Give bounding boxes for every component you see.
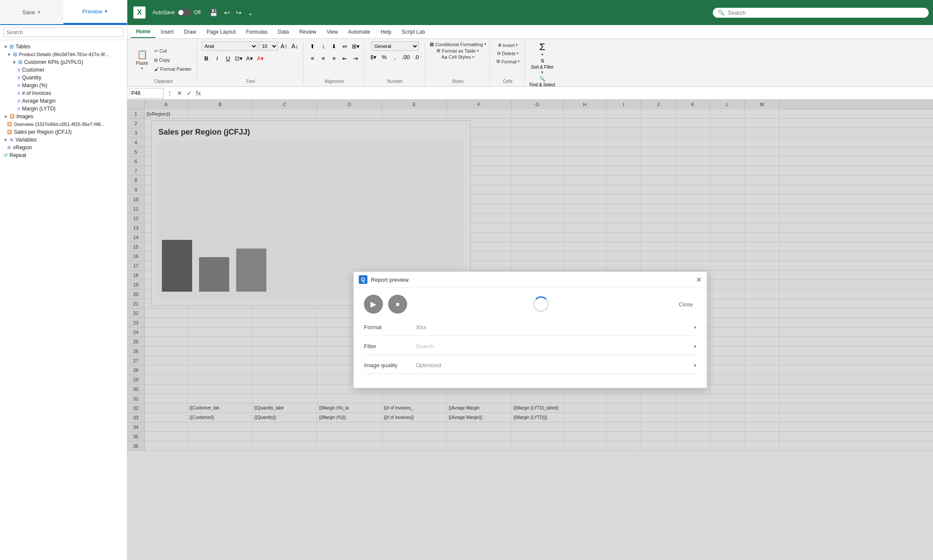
cell-styles-btn[interactable]: Aa Cell Styles ▾ — [442, 54, 474, 60]
sort-filter-button[interactable]: ⇅ Sort & Filter ▾ — [531, 58, 554, 74]
more-commands-icon[interactable]: ⌄ — [246, 8, 255, 18]
align-left-btn[interactable]: ≡ — [308, 53, 317, 63]
tree-repeat[interactable]: ↺ Repeat — [2, 151, 125, 159]
comma-btn[interactable]: , — [390, 52, 400, 62]
redo-icon[interactable]: ↪ — [234, 8, 243, 18]
increase-indent-btn[interactable]: ⇥ — [351, 53, 361, 63]
filter-dropdown-arrow[interactable]: ▾ — [694, 343, 696, 349]
conditional-formatting-btn[interactable]: ▦ Conditional Formatting ▾ — [430, 41, 486, 47]
increase-font-btn[interactable]: A↑ — [279, 41, 289, 51]
tree-margin-pct[interactable]: ≡ Margin (%) — [2, 82, 125, 89]
font-color-button[interactable]: A▾ — [256, 53, 265, 63]
paste-button[interactable]: 📋 Paste ▾ — [133, 48, 151, 72]
format-painter-button[interactable]: 🖌 Format Painter — [152, 66, 193, 72]
decrease-font-btn[interactable]: A↓ — [290, 41, 300, 51]
num-invoices-field-icon: ≡ — [17, 90, 20, 96]
tab-script-lab[interactable]: Script Lab — [396, 26, 430, 38]
number-format-select[interactable]: General — [371, 41, 419, 51]
insert-btn[interactable]: ⊕ Insert ▾ — [496, 41, 520, 49]
tree-overview[interactable]: 🖼 Overview (3337e68d-c051-4f25-95e7-f48.… — [2, 120, 125, 128]
copy-button[interactable]: ⧉ Copy — [152, 57, 193, 64]
tree-product-details[interactable]: ▼ ⊞ Product Details (86c0d7d4-781e-427e-… — [2, 50, 125, 58]
border-button[interactable]: ⊡▾ — [234, 53, 244, 63]
tree-avrage-margin[interactable]: ≡ Avrage Margin — [2, 97, 125, 105]
font-name-select[interactable]: Arial — [202, 41, 258, 51]
tab-review[interactable]: Review — [294, 26, 321, 38]
formula-fx-icon[interactable]: fx — [195, 90, 202, 97]
customer-kpis-icon: ⊞ — [18, 59, 22, 65]
italic-button[interactable]: I — [212, 53, 222, 63]
tab-data[interactable]: Data — [273, 26, 294, 38]
tab-help[interactable]: Help — [376, 26, 397, 38]
dialog-close-x-button[interactable]: ✕ — [696, 276, 702, 284]
fill-color-button[interactable]: A▾ — [245, 53, 254, 63]
tree-variables-group[interactable]: ▼ ≋ Variables — [2, 136, 125, 144]
tree-num-invoices[interactable]: ≡ # of Invoices — [2, 89, 125, 97]
autosave-toggle[interactable] — [177, 9, 191, 16]
tree-sales-per-region[interactable]: 🖼 Sales per Region (jCFJJ) — [2, 128, 125, 136]
tree-customer[interactable]: ≡ Customer — [2, 66, 125, 74]
font-size-select[interactable]: 10 — [259, 41, 278, 51]
formula-cancel-icon[interactable]: ✕ — [176, 90, 183, 97]
left-panel-search-input[interactable] — [3, 28, 123, 37]
tab-home[interactable]: Home — [131, 26, 155, 38]
tree-images-group[interactable]: ▼ 🖼 Images — [2, 113, 125, 120]
image-quality-value: Optimized — [416, 362, 694, 368]
decrease-indent-btn[interactable]: ⇤ — [340, 53, 350, 63]
tree-quantity[interactable]: ≡ Quantity — [2, 74, 125, 82]
percent-btn[interactable]: % — [380, 52, 389, 62]
tab-automate[interactable]: Automate — [343, 26, 375, 38]
merge-cells-btn[interactable]: ⊞▾ — [351, 41, 361, 51]
underline-button[interactable]: U — [223, 53, 233, 63]
tree-customer-kpis[interactable]: ▼ ⊞ Customer KPIs (pJYPLG) — [2, 58, 125, 66]
font-group: Arial 10 A↑ A↓ B I U ⊡▾ A▾ A▾ — [198, 41, 304, 85]
align-top-btn[interactable]: ⬆ — [308, 41, 317, 51]
images-icon: 🖼 — [9, 113, 15, 120]
formula-input[interactable] — [204, 88, 931, 98]
save-button[interactable]: Save ▼ — [0, 0, 63, 24]
preview-button[interactable]: Preview ▼ — [63, 0, 127, 24]
formula-enter-icon[interactable]: ✓ — [185, 90, 193, 97]
tab-insert[interactable]: Insert — [155, 26, 179, 38]
cells-group: ⊕ Insert ▾ ⊖ Delete ▾ ⚙ Format ▾ — [491, 41, 525, 85]
cut-button[interactable]: ✂ Cut — [152, 47, 193, 55]
cell-reference[interactable]: P46 — [129, 88, 164, 98]
dialog-title: Report preview — [371, 277, 408, 283]
align-right-btn[interactable]: ≡ — [329, 53, 339, 63]
image-quality-dropdown-arrow[interactable]: ▾ — [694, 362, 696, 368]
tab-draw[interactable]: Draw — [179, 26, 201, 38]
image-quality-label: Image quality — [364, 362, 416, 368]
top-search-input[interactable] — [728, 9, 924, 16]
delete-btn[interactable]: ⊖ Delete ▾ — [495, 50, 521, 57]
tab-view[interactable]: View — [322, 26, 343, 38]
tab-page-layout[interactable]: Page Layout — [201, 26, 240, 38]
stop-button[interactable]: ■ — [388, 295, 407, 314]
bold-button[interactable]: B — [202, 53, 211, 63]
format-dropdown-arrow[interactable]: ▾ — [694, 324, 696, 330]
increase-decimal-btn[interactable]: .0 — [412, 52, 421, 62]
tree-tables-group[interactable]: ▼ ⊞ Tables — [2, 43, 125, 50]
close-button[interactable]: Close — [675, 299, 696, 309]
save-icon[interactable]: 💾 — [208, 8, 220, 18]
format-as-table-btn[interactable]: ⊞ Format as Table ▾ — [436, 48, 479, 53]
sheet-area: A B C D E F G H I J K L M 1 {{vRegion}} — [127, 100, 933, 560]
align-center-btn[interactable]: ≡ — [319, 53, 328, 63]
decrease-decimal-btn[interactable]: .00 — [401, 52, 411, 62]
variables-icon: ≋ — [9, 137, 14, 143]
undo-icon[interactable]: ↩ — [222, 8, 231, 18]
tab-formulas[interactable]: Formulas — [241, 26, 273, 38]
accounting-btn[interactable]: $▾ — [369, 52, 378, 62]
dialog-overlay: Q Report preview ✕ ▶ ■ — [127, 100, 933, 560]
overview-icon: 🖼 — [7, 121, 12, 127]
wrap-text-btn[interactable]: ⇔ — [340, 41, 350, 51]
tree-vregion[interactable]: ≋ vRegion — [2, 144, 125, 151]
align-bottom-btn[interactable]: ⬇ — [329, 41, 339, 51]
formula-more-icon[interactable]: ⋮ — [165, 90, 174, 97]
format-btn[interactable]: ⚙ Format ▾ — [494, 58, 522, 65]
play-button[interactable]: ▶ — [364, 295, 383, 314]
find-select-button[interactable]: 🔍 Find & Select ▾ — [529, 76, 555, 86]
topbar-icons: 💾 ↩ ↪ ⌄ — [208, 8, 255, 18]
align-middle-btn[interactable]: ↕ — [319, 41, 328, 51]
sigma-button[interactable]: Σ ▾ — [539, 41, 545, 57]
tree-margin-lytd[interactable]: ≡ Margin (LYTD) — [2, 105, 125, 113]
